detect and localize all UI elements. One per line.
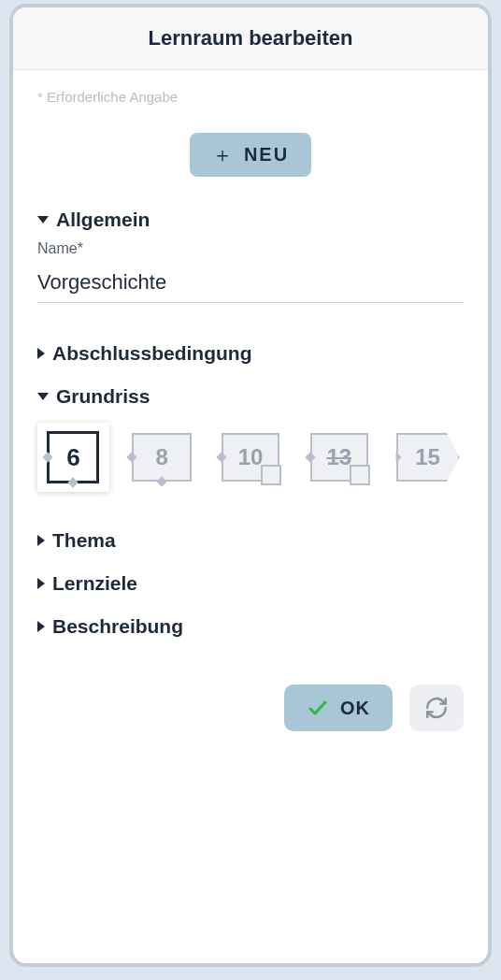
- grundriss-option-8[interactable]: 8: [126, 423, 198, 492]
- section-grundriss-header[interactable]: Grundriss: [37, 385, 464, 408]
- grundriss-option-label: 10: [238, 444, 264, 470]
- chevron-right-icon: [37, 578, 45, 589]
- section-allgemein-body: Name*: [37, 240, 464, 322]
- ok-button[interactable]: OK: [284, 685, 393, 731]
- grundriss-option-13[interactable]: 13: [303, 423, 375, 492]
- section-allgemein-label: Allgemein: [56, 209, 150, 231]
- section-lernziele-header[interactable]: Lernziele: [37, 572, 464, 595]
- name-label: Name*: [37, 240, 464, 257]
- refresh-icon: [424, 696, 449, 720]
- grundriss-option-label: 13: [326, 444, 351, 470]
- grundriss-option-10[interactable]: 10: [215, 423, 287, 492]
- section-grundriss-label: Grundriss: [56, 385, 150, 408]
- section-beschreibung-header[interactable]: Beschreibung: [37, 615, 464, 638]
- ok-button-label: OK: [340, 698, 370, 719]
- section-thema-header[interactable]: Thema: [37, 529, 464, 552]
- neu-button[interactable]: ＋ NEU: [190, 133, 311, 177]
- chevron-down-icon: [37, 216, 49, 223]
- section-abschluss-label: Abschlussbedingung: [52, 342, 252, 365]
- chevron-right-icon: [37, 535, 45, 546]
- section-lernziele-label: Lernziele: [52, 572, 137, 595]
- section-abschluss-header[interactable]: Abschlussbedingung: [37, 342, 464, 365]
- name-input[interactable]: [37, 265, 464, 303]
- chevron-right-icon: [37, 348, 45, 359]
- grundriss-option-15[interactable]: 15: [392, 423, 464, 492]
- section-beschreibung-label: Beschreibung: [52, 615, 183, 638]
- title-bar: Lernraum bearbeiten: [13, 7, 488, 70]
- neu-row: ＋ NEU: [37, 133, 464, 177]
- footer-actions: OK: [37, 685, 464, 731]
- chevron-down-icon: [37, 393, 49, 400]
- section-thema-label: Thema: [52, 529, 116, 552]
- required-hint: * Erforderliche Angabe: [37, 89, 464, 105]
- grundriss-option-label: 8: [156, 444, 168, 470]
- chevron-right-icon: [37, 621, 45, 632]
- neu-button-label: NEU: [244, 144, 289, 166]
- check-icon: [307, 697, 329, 719]
- grundriss-options: 6 8 10 13: [37, 423, 464, 492]
- refresh-button[interactable]: [409, 685, 464, 731]
- plus-icon: ＋: [212, 145, 235, 166]
- grundriss-option-label: 6: [66, 443, 79, 472]
- edit-lernraum-panel: Lernraum bearbeiten * Erforderliche Anga…: [9, 4, 492, 967]
- grundriss-option-6[interactable]: 6: [37, 423, 109, 492]
- section-allgemein-header[interactable]: Allgemein: [37, 209, 464, 231]
- panel-body: * Erforderliche Angabe ＋ NEU Allgemein N…: [13, 70, 488, 963]
- page-title: Lernraum bearbeiten: [13, 26, 488, 50]
- grundriss-option-label: 15: [415, 444, 440, 470]
